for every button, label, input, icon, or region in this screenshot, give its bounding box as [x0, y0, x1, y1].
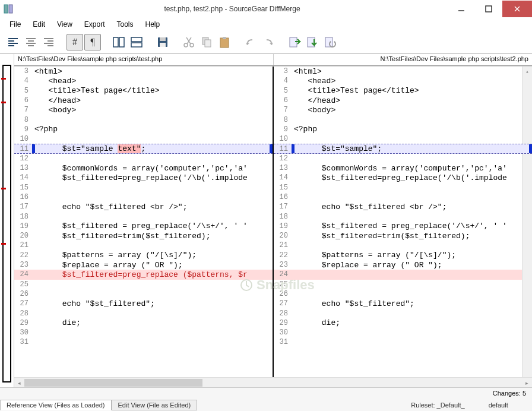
code-line[interactable]: 31 [14, 337, 273, 347]
gutter-mark[interactable] [1, 243, 6, 245]
code-line[interactable]: 9<?php [14, 125, 273, 134]
vertical-scrollbar[interactable]: ▴ [522, 67, 532, 377]
align-left-button[interactable] [5, 34, 21, 50]
code-line[interactable]: 15 [14, 183, 273, 192]
code-line[interactable]: 19 $st_filtered = preg_replace('/\s+/', … [274, 222, 532, 231]
code-line[interactable]: 5 <title>Test page</title> [274, 86, 532, 96]
code-line[interactable]: 15 [274, 183, 532, 192]
redo-button[interactable] [260, 34, 277, 50]
menu-view[interactable]: View [52, 19, 77, 30]
menu-edit[interactable]: Edit [28, 19, 50, 30]
code-line[interactable]: 30 [14, 328, 273, 337]
code-line[interactable]: 10 [274, 134, 532, 144]
code-line[interactable]: 20 $st_filtered=trim($st_filtered); [14, 231, 273, 241]
code-line[interactable]: 11 $st="sample"; [274, 144, 532, 153]
code-line[interactable]: 25 [274, 280, 532, 289]
code-line[interactable]: 28 [274, 308, 532, 318]
tab-reference-view[interactable]: Reference View (Files as Loaded) [0, 400, 112, 410]
code-line[interactable]: 7 <body> [14, 105, 273, 115]
code-line[interactable]: 6 </head> [14, 96, 273, 105]
code-line[interactable]: 24 [274, 270, 532, 279]
code-line[interactable]: 3<html> [14, 67, 273, 76]
code-line[interactable]: 9<?php [274, 125, 532, 134]
hash-toggle-button[interactable]: # [66, 34, 83, 50]
code-line[interactable]: 6 </head> [274, 96, 532, 105]
code-line[interactable]: 29 die; [274, 318, 532, 328]
right-code-pane[interactable]: ▴ 3<html>4 <head>5 <title>Test page</tit… [273, 67, 532, 377]
gutter-mark[interactable] [1, 102, 6, 103]
code-line[interactable]: 8 [14, 115, 273, 124]
code-line[interactable]: 4 <head> [274, 76, 532, 86]
code-line[interactable]: 13 $commonWords = array('computer','pc',… [14, 163, 273, 173]
code-line[interactable]: 13 $commonWords = array('computer','pc',… [274, 163, 532, 173]
split-vertical-button[interactable] [110, 34, 127, 50]
diff-overview-gutter[interactable] [0, 54, 14, 387]
align-center-button[interactable] [23, 34, 39, 50]
code-line[interactable]: 21 [14, 241, 273, 250]
code-line[interactable]: 18 [274, 211, 532, 221]
paste-button[interactable] [216, 34, 233, 50]
maximize-button[interactable] [475, 1, 502, 17]
doc-next-button[interactable] [286, 34, 303, 50]
code-line[interactable]: 24 $st_filtered=preg_replace ($patterns,… [14, 270, 273, 279]
scroll-left-icon[interactable]: ◂ [14, 378, 24, 388]
left-code-pane[interactable]: 3<html>4 <head>5 <title>Test page</title… [14, 67, 273, 377]
code-line[interactable]: 7 <body> [274, 105, 532, 115]
code-line[interactable]: 23 $replace = array (" OR "); [274, 260, 532, 270]
scrollbar-thumb[interactable] [24, 379, 202, 387]
code-line[interactable]: 12 [14, 154, 273, 163]
undo-button[interactable] [242, 34, 259, 50]
menu-file[interactable]: File [5, 19, 26, 30]
copy-button[interactable] [198, 34, 215, 50]
code-line[interactable]: 25 [14, 280, 273, 289]
code-line[interactable]: 3<html> [274, 67, 532, 76]
code-line[interactable]: 30 [274, 328, 532, 337]
horizontal-scrollbar[interactable]: ◂ ▸ [14, 378, 532, 387]
menu-help[interactable]: Help [141, 19, 165, 30]
code-line[interactable]: 12 [274, 154, 532, 163]
code-line[interactable]: 18 [14, 211, 273, 221]
code-line[interactable]: 11 $st="sample text"; [14, 144, 273, 153]
menu-tools[interactable]: Tools [112, 19, 138, 30]
scroll-up-icon[interactable]: ▴ [522, 67, 532, 77]
code-line[interactable]: 8 [274, 115, 532, 124]
align-right-button[interactable] [40, 34, 57, 50]
tab-edit-view[interactable]: Edit View (File as Edited) [112, 400, 198, 410]
code-line[interactable]: 17 echo "$st_filtered <br />"; [14, 202, 273, 211]
code-line[interactable]: 14 $st_filtered=preg_replace('/\b('.impl… [274, 173, 532, 182]
code-line[interactable]: 22 $patterns = array ("/[\s]/"); [274, 251, 532, 260]
menu-export[interactable]: Export [80, 19, 110, 30]
split-horizontal-button[interactable] [128, 34, 145, 50]
code-line[interactable]: 17 echo "$st_filtered <br />"; [274, 202, 532, 211]
doc-next2-button[interactable] [304, 34, 321, 50]
code-line[interactable]: 26 [274, 289, 532, 299]
code-line[interactable]: 31 [274, 337, 532, 347]
cut-button[interactable] [180, 34, 197, 50]
code-line[interactable]: 27 echo "$st_filtered"; [274, 299, 532, 308]
code-line[interactable]: 16 [274, 192, 532, 202]
minimize-button[interactable] [448, 1, 475, 17]
scroll-right-icon[interactable]: ▸ [522, 378, 532, 388]
code-line[interactable]: 26 [14, 289, 273, 299]
code-line[interactable]: 28 [14, 308, 273, 318]
gutter-mark[interactable] [1, 188, 6, 189]
code-line[interactable]: 20 $st_filtered=trim($st_filtered); [274, 231, 532, 241]
code-line[interactable]: 21 [274, 241, 532, 250]
gutter-mark[interactable] [1, 78, 6, 80]
close-button[interactable] [502, 1, 532, 17]
doc-refresh-button[interactable] [322, 34, 338, 50]
code-line[interactable]: 29 die; [14, 318, 273, 328]
svg-rect-25 [160, 37, 166, 41]
code-line[interactable]: 23 $replace = array (" OR "); [14, 260, 273, 270]
pilcrow-toggle-button[interactable]: ¶ [84, 34, 101, 50]
code-line[interactable]: 10 [14, 134, 273, 144]
code-line[interactable]: 22 $patterns = array ("/[\s]/"); [14, 251, 273, 260]
code-line[interactable]: 16 [14, 192, 273, 202]
code-line[interactable]: 4 <head> [14, 76, 273, 86]
code-line[interactable]: 14 $st_filtered=preg_replace('/\b('.impl… [14, 173, 273, 182]
save-button[interactable] [154, 34, 171, 50]
code-line[interactable]: 19 $st_filtered = preg_replace('/\s+/', … [14, 222, 273, 231]
code-line[interactable]: 27 echo "$st_filtered"; [14, 299, 273, 308]
code-line[interactable]: 5 <title>Test page</title> [14, 86, 273, 96]
line-number: 28 [274, 309, 292, 318]
